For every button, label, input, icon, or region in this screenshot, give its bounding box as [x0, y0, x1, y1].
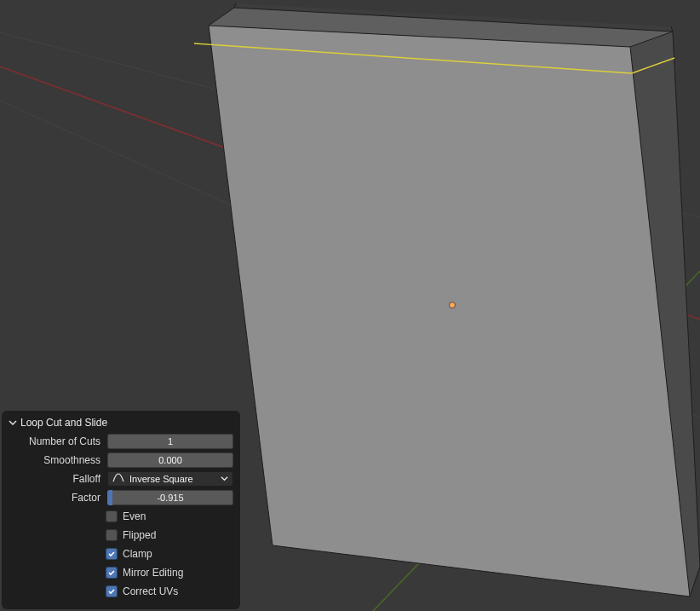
correct-uvs-label: Correct UVs — [123, 585, 178, 597]
number-of-cuts-label: Number of Cuts — [9, 435, 102, 447]
smoothness-label: Smoothness — [9, 454, 102, 466]
operator-panel-header[interactable]: Loop Cut and Slide — [9, 415, 233, 434]
mirror-editing-label: Mirror Editing — [123, 567, 183, 579]
factor-field[interactable]: -0.915 — [107, 490, 233, 505]
svg-marker-2 — [209, 26, 690, 597]
smoothness-field[interactable]: 0.000 — [107, 452, 233, 468]
operator-panel: Loop Cut and Slide Number of Cuts 1 Smoo… — [2, 411, 240, 609]
correct-uvs-checkbox[interactable] — [106, 585, 118, 597]
falloff-label: Falloff — [9, 473, 102, 485]
falloff-curve-icon — [112, 473, 124, 485]
chevron-down-icon — [221, 474, 228, 484]
even-label: Even — [123, 510, 146, 522]
mesh-object — [194, 3, 700, 597]
mirror-editing-checkbox[interactable] — [106, 567, 118, 579]
falloff-dropdown[interactable]: Inverse Square — [107, 471, 233, 487]
flipped-checkbox[interactable] — [106, 529, 118, 541]
pivot-point-icon — [450, 303, 455, 308]
chevron-down-icon — [9, 418, 17, 427]
clamp-label: Clamp — [123, 548, 152, 560]
number-of-cuts-field[interactable]: 1 — [107, 434, 233, 449]
operator-panel-title: Loop Cut and Slide — [20, 417, 107, 429]
factor-label: Factor — [9, 492, 102, 504]
clamp-checkbox[interactable] — [106, 548, 118, 560]
even-checkbox[interactable] — [106, 510, 118, 522]
flipped-label: Flipped — [123, 529, 156, 541]
